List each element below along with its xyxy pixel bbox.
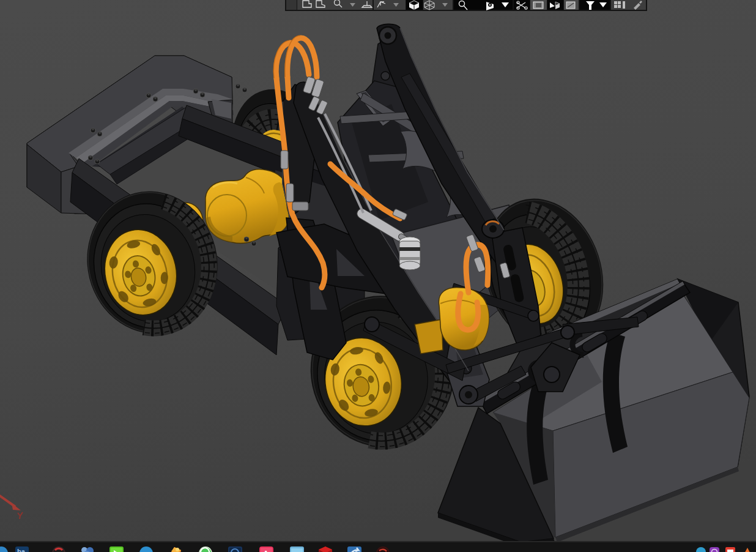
- svg-text:A: A: [263, 549, 269, 552]
- svg-text:ba: ba: [17, 548, 26, 552]
